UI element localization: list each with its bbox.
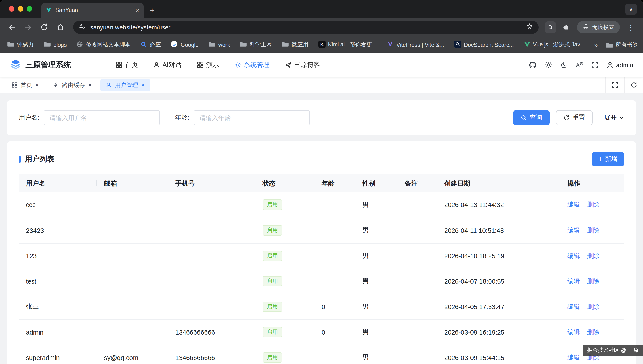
page-tab-home[interactable]: 首页 × bbox=[6, 79, 44, 91]
edit-link[interactable]: 编辑 bbox=[567, 303, 580, 310]
cell-operations: 编辑删除 bbox=[560, 243, 624, 268]
add-user-button[interactable]: + 新增 bbox=[591, 152, 624, 166]
delete-link[interactable]: 删除 bbox=[587, 328, 599, 335]
zoom-window-button[interactable] bbox=[27, 6, 32, 12]
edit-link[interactable]: 编辑 bbox=[567, 252, 580, 259]
site-favicon bbox=[46, 6, 52, 14]
dark-mode-moon-icon[interactable] bbox=[560, 61, 567, 68]
folder-icon bbox=[208, 40, 215, 49]
close-tab-icon[interactable]: × bbox=[135, 7, 139, 14]
bookmark-item[interactable]: 科学上网 bbox=[240, 40, 272, 49]
reload-icon[interactable] bbox=[38, 20, 51, 34]
github-icon[interactable] bbox=[529, 61, 537, 69]
bookmark-item[interactable]: 修改网站文本脚本 bbox=[77, 41, 131, 49]
table-row: 123 启用 男 2026-04-10 18:25:19 编辑删除 bbox=[19, 243, 624, 268]
close-icon[interactable]: × bbox=[88, 82, 92, 88]
cell-status: 启用 bbox=[255, 320, 314, 345]
cell-username: admin bbox=[19, 320, 97, 345]
expand-toggle[interactable]: 展开 bbox=[604, 114, 624, 122]
address-bar[interactable]: sanyuan.website/system/user bbox=[73, 20, 538, 34]
nav-item-system[interactable]: 系统管理 bbox=[234, 61, 269, 69]
page-tab-route-cache[interactable]: 路由缓存 × bbox=[48, 79, 97, 91]
tab-title: SanYuan bbox=[55, 7, 132, 14]
docsearch-icon bbox=[454, 40, 461, 49]
edit-link[interactable]: 编辑 bbox=[567, 277, 580, 284]
edit-link[interactable]: 编辑 bbox=[567, 226, 580, 234]
cell-email bbox=[97, 218, 168, 243]
settings-gear-icon[interactable] bbox=[545, 61, 552, 69]
username-input[interactable] bbox=[44, 110, 160, 125]
nav-item-ai-chat[interactable]: AI对话 bbox=[153, 61, 181, 69]
back-icon[interactable] bbox=[5, 20, 19, 34]
nav-item-demo[interactable]: 演示 bbox=[197, 61, 219, 69]
nav-item-home[interactable]: 首页 bbox=[116, 61, 138, 69]
cell-email bbox=[97, 243, 168, 268]
query-button[interactable]: 查询 bbox=[513, 110, 550, 125]
status-badge: 启用 bbox=[262, 250, 282, 261]
bookmark-star-icon[interactable] bbox=[526, 23, 533, 32]
bookmark-item[interactable]: Vue.js - 渐进式 Jav... bbox=[524, 41, 584, 49]
search-actions: 查询 重置 展开 bbox=[513, 110, 624, 125]
url-text: sanyuan.website/system/user bbox=[90, 24, 522, 30]
status-badge: 启用 bbox=[262, 352, 282, 363]
close-window-button[interactable] bbox=[9, 6, 14, 12]
chevron-down-icon bbox=[619, 115, 624, 120]
bookmarks-overflow-icon[interactable]: » bbox=[594, 42, 598, 48]
reset-button[interactable]: 重置 bbox=[556, 110, 592, 125]
bookmark-item[interactable]: DocSearch: Searc... bbox=[454, 40, 514, 49]
cell-age bbox=[314, 218, 355, 243]
nav-item-blog[interactable]: 三原博客 bbox=[285, 61, 320, 69]
bookmark-item[interactable]: 微应用 bbox=[282, 40, 308, 49]
refresh-page-icon[interactable] bbox=[624, 77, 643, 93]
cell-email bbox=[97, 268, 168, 294]
cell-gender: 男 bbox=[356, 192, 398, 218]
bookmarks-bar: 钝感力blogs修改网站文本脚本必应GGooglework科学上网微应用KKim… bbox=[0, 36, 643, 53]
cell-email: sy@qq.com bbox=[97, 345, 168, 364]
watermark: 掘金技术社区 @ 三原 bbox=[583, 345, 643, 356]
page-tab-user-management[interactable]: 用户管理 × bbox=[101, 79, 150, 91]
translate-icon[interactable]: A bbox=[576, 61, 583, 69]
bookmark-item[interactable]: work bbox=[208, 40, 230, 49]
browser-menu-icon[interactable]: ⋮ bbox=[624, 20, 638, 34]
site-settings-icon[interactable] bbox=[79, 23, 86, 32]
bookmark-item[interactable]: blogs bbox=[44, 40, 67, 49]
bookmark-item[interactable]: 钝感力 bbox=[7, 40, 34, 49]
delete-link[interactable]: 删除 bbox=[587, 277, 599, 284]
close-icon[interactable]: × bbox=[141, 82, 144, 88]
cell-age bbox=[314, 192, 355, 218]
tab-search-button[interactable]: ∨ bbox=[625, 4, 637, 15]
delete-link[interactable]: 删除 bbox=[587, 303, 599, 310]
bookmark-item[interactable]: 必应 bbox=[140, 41, 161, 49]
forward-icon[interactable] bbox=[22, 20, 35, 34]
kimi-icon: K bbox=[318, 40, 325, 49]
extensions-puzzle-icon[interactable] bbox=[559, 20, 572, 34]
lens-search-icon[interactable] bbox=[545, 22, 556, 33]
app-brand[interactable]: 三原管理系统 bbox=[10, 58, 71, 72]
edit-link[interactable]: 编辑 bbox=[567, 328, 580, 335]
delete-link[interactable]: 删除 bbox=[587, 201, 599, 208]
content-fullscreen-icon[interactable] bbox=[605, 77, 624, 93]
fullscreen-icon[interactable] bbox=[591, 61, 598, 68]
vitepress-icon: V bbox=[387, 40, 394, 49]
header-actions: A admin bbox=[529, 61, 633, 69]
status-badge: 启用 bbox=[262, 301, 282, 312]
cell-remark bbox=[398, 243, 437, 268]
all-bookmarks-button[interactable]: 所有书签 bbox=[606, 41, 638, 48]
edit-link[interactable]: 编辑 bbox=[567, 354, 580, 361]
delete-link[interactable]: 删除 bbox=[587, 252, 599, 259]
cell-created: 2026-04-11 10:51:48 bbox=[437, 218, 560, 243]
username-label: admin bbox=[616, 61, 633, 68]
browser-tab[interactable]: SanYuan × bbox=[41, 3, 144, 18]
delete-link[interactable]: 删除 bbox=[587, 226, 599, 234]
cell-remark bbox=[398, 268, 437, 294]
minimize-window-button[interactable] bbox=[18, 6, 23, 12]
new-tab-button[interactable]: + bbox=[150, 7, 155, 14]
age-input[interactable] bbox=[194, 110, 310, 125]
home-icon[interactable] bbox=[54, 20, 67, 34]
user-menu[interactable]: admin bbox=[606, 61, 633, 68]
bookmark-item[interactable]: GGoogle bbox=[171, 40, 199, 49]
close-icon[interactable]: × bbox=[35, 82, 39, 88]
bookmark-item[interactable]: VVitePress | Vite &... bbox=[387, 40, 444, 49]
edit-link[interactable]: 编辑 bbox=[567, 201, 580, 208]
bookmark-item[interactable]: KKimi.ai - 帮你看更... bbox=[318, 40, 377, 49]
